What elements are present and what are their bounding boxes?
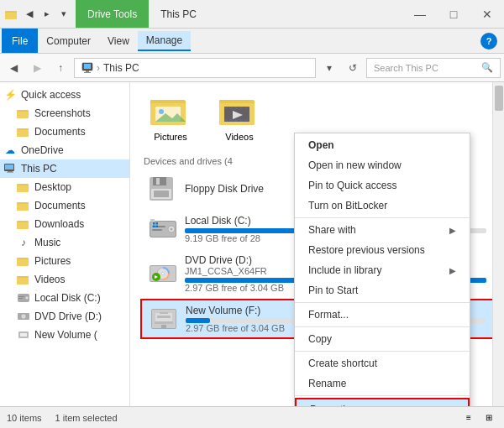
ctx-rename[interactable]: Rename bbox=[295, 373, 470, 394]
svg-rect-78 bbox=[156, 226, 159, 228]
menu-bar: File Computer View Manage ? bbox=[0, 29, 504, 54]
ctx-bitlocker[interactable]: Turn on BitLocker bbox=[295, 196, 470, 216]
ctx-pin-start[interactable]: Pin to Start bbox=[295, 280, 470, 300]
svg-point-83 bbox=[162, 273, 164, 274]
svg-rect-52 bbox=[229, 107, 233, 109]
svg-rect-11 bbox=[17, 130, 29, 137]
svg-rect-4 bbox=[84, 64, 91, 69]
videos-folder-icon bbox=[17, 273, 30, 286]
search-box[interactable]: Search This PC 🔍 bbox=[366, 58, 501, 78]
content-area: Pictures bbox=[130, 82, 504, 406]
ctx-create-shortcut[interactable]: Create shortcut bbox=[295, 353, 470, 373]
ctx-restore[interactable]: Restore previous versions bbox=[295, 240, 470, 260]
ctx-sep-3 bbox=[295, 326, 470, 327]
ctx-copy[interactable]: Copy bbox=[295, 329, 470, 349]
sidebar-documents[interactable]: Documents bbox=[0, 123, 129, 141]
ctx-open-new-window[interactable]: Open in new window bbox=[295, 155, 470, 175]
sidebar-screenshots[interactable]: Screenshots bbox=[0, 104, 129, 123]
svg-rect-76 bbox=[156, 222, 159, 225]
tab-drive-tools[interactable]: Drive Tools bbox=[76, 0, 149, 28]
forward-arrow-btn[interactable]: ▸ bbox=[40, 6, 54, 22]
refresh-btn[interactable]: ↺ bbox=[343, 58, 363, 78]
svg-rect-5 bbox=[86, 70, 89, 72]
main-container: ⚡ Quick access Screenshots Documents ☁ O… bbox=[0, 82, 504, 406]
svg-point-38 bbox=[23, 316, 24, 317]
address-input[interactable]: › This PC bbox=[74, 58, 316, 78]
ctx-sep-5 bbox=[295, 395, 470, 396]
svg-rect-55 bbox=[244, 107, 248, 109]
menu-computer[interactable]: Computer bbox=[38, 32, 99, 50]
menu-manage[interactable]: Manage bbox=[138, 31, 191, 51]
svg-rect-59 bbox=[239, 119, 243, 122]
svg-rect-56 bbox=[224, 119, 228, 122]
svg-rect-43 bbox=[150, 100, 164, 103]
sidebar-downloads[interactable]: Downloads bbox=[0, 215, 129, 233]
svg-rect-72 bbox=[152, 229, 162, 231]
dvd-icon bbox=[148, 258, 178, 289]
thispc-icon bbox=[3, 162, 17, 175]
videos-folder[interactable]: Videos bbox=[206, 89, 273, 148]
downloads-folder-icon bbox=[17, 217, 30, 231]
minimize-button[interactable]: — bbox=[403, 0, 437, 28]
sidebar-local-disk[interactable]: Local Disk (C:) bbox=[0, 289, 129, 307]
ctx-share[interactable]: Share with ▶ bbox=[295, 220, 470, 240]
sidebar-this-pc[interactable]: This PC bbox=[0, 159, 129, 178]
window-controls: — □ ✕ bbox=[403, 0, 504, 28]
svg-rect-2 bbox=[7, 11, 11, 13]
back-arrow-btn[interactable]: ◀ bbox=[22, 6, 37, 22]
svg-rect-91 bbox=[155, 321, 173, 324]
nav-up[interactable]: ↑ bbox=[50, 58, 71, 78]
desktop-folder-icon bbox=[17, 180, 30, 194]
sidebar: ⚡ Quick access Screenshots Documents ☁ O… bbox=[0, 82, 130, 406]
tab-this-pc[interactable]: This PC bbox=[149, 0, 208, 28]
documents-folder-icon bbox=[17, 199, 30, 212]
svg-rect-75 bbox=[153, 222, 155, 225]
search-placeholder: Search This PC bbox=[374, 63, 438, 73]
sidebar-onedrive[interactable]: ☁ OneDrive bbox=[0, 141, 129, 159]
svg-rect-34 bbox=[18, 296, 24, 297]
title-bar: ◀ ▸ ▾ Drive Tools This PC — □ ✕ bbox=[0, 0, 504, 29]
ctx-properties[interactable]: Properties bbox=[295, 398, 470, 406]
ctx-share-arrow: ▶ bbox=[449, 226, 456, 235]
sidebar-quick-access[interactable]: ⚡ Quick access bbox=[0, 86, 129, 104]
menu-file[interactable]: File bbox=[2, 29, 38, 53]
ctx-format[interactable]: Format... bbox=[295, 305, 470, 325]
dvd-icon-small bbox=[17, 310, 30, 323]
view-grid-btn[interactable]: ⊞ bbox=[480, 410, 497, 426]
status-bar: 10 items 1 item selected ≡ ⊞ bbox=[0, 406, 504, 428]
sidebar-dvd-drive[interactable]: DVD Drive (D:) bbox=[0, 307, 129, 326]
view-list-btn[interactable]: ≡ bbox=[460, 410, 477, 426]
sidebar-pictures[interactable]: Pictures bbox=[0, 252, 129, 270]
videos-icon bbox=[219, 95, 260, 128]
sidebar-videos[interactable]: Videos bbox=[0, 270, 129, 289]
svg-rect-51 bbox=[224, 107, 228, 109]
sidebar-documents-pc[interactable]: Documents bbox=[0, 196, 129, 215]
svg-rect-1 bbox=[5, 13, 17, 19]
down-arrow-btn[interactable]: ▾ bbox=[57, 6, 71, 22]
menu-view[interactable]: View bbox=[99, 32, 138, 50]
svg-point-45 bbox=[159, 109, 164, 114]
scrollbar[interactable] bbox=[492, 82, 504, 406]
ctx-include-library[interactable]: Include in library ▶ bbox=[295, 260, 470, 280]
videos-label: Videos bbox=[225, 132, 253, 142]
close-button[interactable]: ✕ bbox=[470, 0, 504, 28]
selected-count: 1 item selected bbox=[55, 413, 118, 423]
sidebar-desktop[interactable]: Desktop bbox=[0, 178, 129, 196]
folder-screenshots-icon bbox=[17, 107, 30, 120]
ctx-pin-quick[interactable]: Pin to Quick access bbox=[295, 175, 470, 196]
music-icon: ♪ bbox=[17, 236, 30, 249]
maximize-button[interactable]: □ bbox=[437, 0, 470, 28]
sidebar-music[interactable]: ♪ Music bbox=[0, 233, 129, 252]
ctx-open[interactable]: Open bbox=[295, 135, 470, 155]
pictures-folder[interactable]: Pictures bbox=[137, 89, 204, 148]
svg-rect-16 bbox=[7, 172, 13, 173]
svg-rect-49 bbox=[219, 100, 233, 103]
address-dropdown[interactable]: ▾ bbox=[319, 58, 339, 78]
nav-back[interactable]: ◀ bbox=[3, 58, 24, 78]
help-button[interactable]: ? bbox=[480, 33, 497, 50]
hdd-icon-small bbox=[17, 291, 30, 305]
nav-forward[interactable]: ▶ bbox=[27, 58, 47, 78]
items-count: 10 items bbox=[7, 413, 42, 423]
sidebar-new-volume[interactable]: New Volume ( bbox=[0, 326, 129, 344]
svg-rect-60 bbox=[244, 119, 248, 122]
